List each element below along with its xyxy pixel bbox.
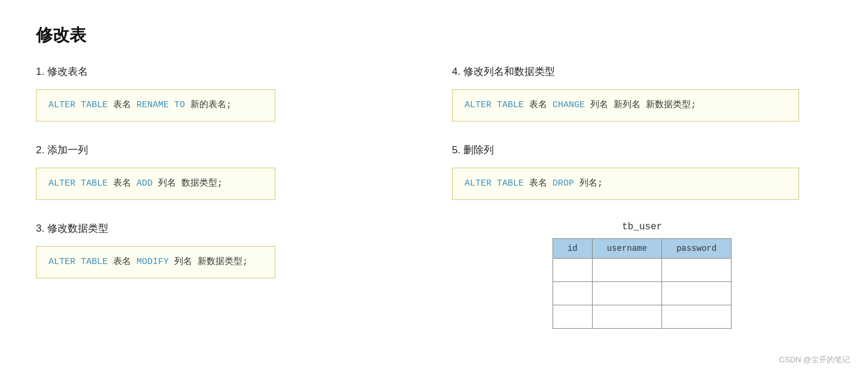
section-change-col-title: 4. 修改列名和数据类型 xyxy=(452,65,832,78)
cn-2: 新的表名; xyxy=(185,100,232,110)
section-modify-type-title: 3. 修改数据类型 xyxy=(36,222,416,235)
main-layout: 1. 修改表名 ALTER TABLE 表名 RENAME TO 新的表名; 2… xyxy=(36,65,832,329)
table-row xyxy=(553,259,731,282)
section-add-col-title: 2. 添加一列 xyxy=(36,143,416,157)
kw-add: ADD xyxy=(136,178,153,189)
cell xyxy=(661,259,731,282)
cn-9: 表名 xyxy=(524,178,553,189)
cn-10: 列名; xyxy=(574,178,603,189)
page-title: 修改表 xyxy=(36,24,832,47)
section-change-col: 4. 修改列名和数据类型 ALTER TABLE 表名 CHANGE 列名 新列… xyxy=(452,65,832,122)
cn-4: 列名 数据类型; xyxy=(153,178,223,189)
code-change-col: ALTER TABLE 表名 CHANGE 列名 新列名 新数据类型; xyxy=(452,89,799,122)
col-id: id xyxy=(553,239,592,259)
left-column: 1. 修改表名 ALTER TABLE 表名 RENAME TO 新的表名; 2… xyxy=(36,65,416,329)
cell xyxy=(553,305,592,329)
section-drop-col: 5. 删除列 ALTER TABLE 表名 DROP 列名; xyxy=(452,143,832,200)
code-drop-col: ALTER TABLE 表名 DROP 列名; xyxy=(452,168,799,200)
kw-alter-5: ALTER TABLE xyxy=(465,178,524,189)
cell xyxy=(592,282,661,305)
col-username: username xyxy=(592,239,661,259)
cell xyxy=(592,259,661,282)
section-drop-col-title: 5. 删除列 xyxy=(452,143,832,157)
kw-change: CHANGE xyxy=(553,100,585,110)
code-modify-type: ALTER TABLE 表名 MODIFY 列名 新数据类型; xyxy=(36,246,275,278)
col-password: password xyxy=(661,239,731,259)
cell xyxy=(553,259,592,282)
table-header-row: id username password xyxy=(553,239,731,259)
right-column: 4. 修改列名和数据类型 ALTER TABLE 表名 CHANGE 列名 新列… xyxy=(452,65,832,329)
section-add-col: 2. 添加一列 ALTER TABLE 表名 ADD 列名 数据类型; xyxy=(36,143,416,200)
cell xyxy=(661,305,731,329)
cell xyxy=(553,282,592,305)
section-modify-type: 3. 修改数据类型 ALTER TABLE 表名 MODIFY 列名 新数据类型… xyxy=(36,222,416,278)
kw-alter-2: ALTER TABLE xyxy=(48,178,108,189)
cn-3: 表名 xyxy=(108,178,136,189)
code-add-col: ALTER TABLE 表名 ADD 列名 数据类型; xyxy=(36,168,275,200)
kw-alter-1: ALTER TABLE xyxy=(48,100,108,110)
cn-6: 列名 新数据类型; xyxy=(169,257,248,267)
table-name: tb_user xyxy=(622,222,662,232)
table-row xyxy=(553,305,731,329)
kw-modify: MODIFY xyxy=(136,257,169,267)
kw-drop: DROP xyxy=(553,178,574,189)
section-rename: 1. 修改表名 ALTER TABLE 表名 RENAME TO 新的表名; xyxy=(36,65,416,122)
section-rename-title: 1. 修改表名 xyxy=(36,65,416,78)
table-row xyxy=(553,282,731,305)
cell xyxy=(592,305,661,329)
cn-1: 表名 xyxy=(108,100,136,110)
cell xyxy=(661,282,731,305)
kw-alter-3: ALTER TABLE xyxy=(48,257,108,267)
table-visualization: tb_user id username password xyxy=(452,222,832,329)
db-table: id username password xyxy=(553,238,732,329)
kw-rename: RENAME TO xyxy=(136,100,185,110)
cn-8: 列名 新列名 新数据类型; xyxy=(585,100,696,110)
cn-7: 表名 xyxy=(524,100,553,110)
code-rename: ALTER TABLE 表名 RENAME TO 新的表名; xyxy=(36,89,275,122)
kw-alter-4: ALTER TABLE xyxy=(465,100,524,110)
cn-5: 表名 xyxy=(108,257,136,267)
